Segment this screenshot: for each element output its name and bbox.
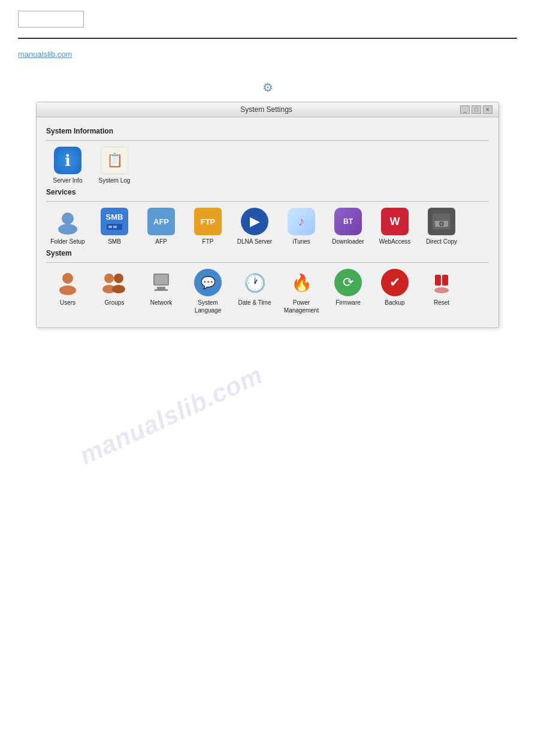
system-icons: Users Groups <box>46 269 489 314</box>
close-button[interactable]: ✕ <box>483 105 492 114</box>
reset-icon <box>428 269 455 296</box>
svg-point-11 <box>104 274 114 283</box>
window-titlebar: System Settings _ □ ✕ <box>37 102 498 117</box>
backup-label: Backup <box>385 299 404 306</box>
svg-rect-16 <box>155 275 168 284</box>
network-icon <box>147 269 175 296</box>
date-time-label: Date & Time <box>238 299 271 306</box>
window-body: System Information ℹ Server Info 📋 Syste… <box>37 117 498 327</box>
server-info-label: Server Info <box>53 177 83 184</box>
direct-copy-label: Direct Copy <box>426 238 457 245</box>
svg-rect-18 <box>155 289 168 291</box>
svg-rect-20 <box>442 275 448 286</box>
svg-rect-3 <box>108 226 112 228</box>
svg-rect-17 <box>157 287 165 289</box>
power-management-label: Power Management <box>284 299 319 314</box>
itunes-label: iTunes <box>292 238 310 245</box>
system-settings-window: System Settings _ □ ✕ System Information… <box>36 102 499 328</box>
reset-label: Reset <box>434 299 449 306</box>
icon-item-power-management[interactable]: 🔥 Power Management <box>280 269 323 314</box>
svg-point-13 <box>114 274 123 283</box>
svg-point-8 <box>440 223 443 225</box>
system-language-icon: 💬 <box>194 269 222 296</box>
manualslib-link[interactable]: manualslib.com <box>18 50 72 59</box>
smb-icon: SMB <box>101 208 128 235</box>
svg-rect-19 <box>435 275 441 286</box>
svg-point-0 <box>62 212 74 224</box>
server-info-icon: ℹ <box>54 147 81 174</box>
system-log-label: System Log <box>99 177 131 184</box>
icon-item-afp[interactable]: AFP AFP <box>140 208 183 245</box>
folder-setup-icon <box>54 208 81 235</box>
svg-point-10 <box>59 286 76 295</box>
icon-item-users[interactable]: Users <box>46 269 89 314</box>
smb-label: SMB <box>108 238 121 245</box>
users-icon <box>54 269 81 296</box>
watermark: manualslib.com <box>75 360 267 470</box>
groups-label: Groups <box>105 299 125 306</box>
section-divider-1 <box>46 140 489 141</box>
icon-item-reset[interactable]: Reset <box>420 269 463 314</box>
direct-copy-icon <box>428 208 455 235</box>
webaccess-label: WebAccess <box>379 238 411 245</box>
ftp-icon: FTP <box>194 208 222 235</box>
top-box <box>18 11 84 28</box>
minimize-button[interactable]: _ <box>460 105 470 114</box>
groups-icon <box>101 269 128 296</box>
dlna-server-icon: ▶ <box>241 208 268 235</box>
section-divider-3 <box>46 262 489 263</box>
section-label-system-information: System Information <box>46 127 489 135</box>
folder-setup-label: Folder Setup <box>50 238 84 245</box>
top-bar <box>0 0 535 29</box>
icon-item-dlna-server[interactable]: ▶ DLNA Server <box>233 208 276 245</box>
svg-rect-4 <box>113 226 117 228</box>
firmware-label: Firmware <box>335 299 361 306</box>
webaccess-icon: W <box>381 208 409 235</box>
afp-icon: AFP <box>147 208 175 235</box>
ftp-label: FTP <box>202 238 214 245</box>
itunes-icon: ♪ <box>288 208 315 235</box>
backup-icon: ✔ <box>381 269 409 296</box>
icon-item-webaccess[interactable]: W WebAccess <box>373 208 416 245</box>
gear-icon: ⚙ <box>262 81 273 94</box>
system-log-icon: 📋 <box>101 147 128 174</box>
downloader-icon: BT <box>334 208 362 235</box>
users-label: Users <box>60 299 75 306</box>
section-label-system: System <box>46 249 489 257</box>
gear-icon-area: ⚙ <box>18 80 517 95</box>
icon-item-network[interactable]: Network <box>140 269 183 314</box>
icon-item-groups[interactable]: Groups <box>93 269 136 314</box>
services-icons: Folder Setup SMB SMB AFP <box>46 208 489 245</box>
power-management-icon: 🔥 <box>288 269 315 296</box>
system-language-label: System Language <box>195 299 222 314</box>
icon-item-system-language[interactable]: 💬 System Language <box>186 269 229 314</box>
icon-item-direct-copy[interactable]: Direct Copy <box>420 208 463 245</box>
icon-item-firmware[interactable]: ⟳ Firmware <box>327 269 370 314</box>
svg-point-1 <box>58 224 77 235</box>
icon-item-date-time[interactable]: 🕐 Date & Time <box>233 269 276 314</box>
dlna-server-label: DLNA Server <box>237 238 272 245</box>
section-divider-2 <box>46 201 489 202</box>
icon-item-backup[interactable]: ✔ Backup <box>373 269 416 314</box>
content-area: manualslib.com ⚙ System Settings _ □ ✕ S… <box>0 39 535 345</box>
icon-item-folder-setup[interactable]: Folder Setup <box>46 208 89 245</box>
icon-item-server-info[interactable]: ℹ Server Info <box>46 147 89 184</box>
window-title: System Settings <box>72 105 460 114</box>
maximize-button[interactable]: □ <box>471 105 481 114</box>
section-label-services: Services <box>46 188 489 196</box>
icon-item-smb[interactable]: SMB SMB <box>93 208 136 245</box>
system-information-icons: ℹ Server Info 📋 System Log <box>46 147 489 184</box>
window-controls: _ □ ✕ <box>460 105 492 114</box>
afp-label: AFP <box>155 238 167 245</box>
icon-item-ftp[interactable]: FTP FTP <box>186 208 229 245</box>
date-time-icon: 🕐 <box>241 269 268 296</box>
icon-item-downloader[interactable]: BT Downloader <box>327 208 370 245</box>
downloader-label: Downloader <box>332 238 364 245</box>
firmware-icon: ⟳ <box>334 269 362 296</box>
svg-point-21 <box>434 287 449 293</box>
icon-item-itunes[interactable]: ♪ iTunes <box>280 208 323 245</box>
network-label: Network <box>150 299 173 306</box>
icon-item-system-log[interactable]: 📋 System Log <box>93 147 136 184</box>
svg-point-14 <box>112 285 125 293</box>
svg-point-9 <box>62 273 73 284</box>
